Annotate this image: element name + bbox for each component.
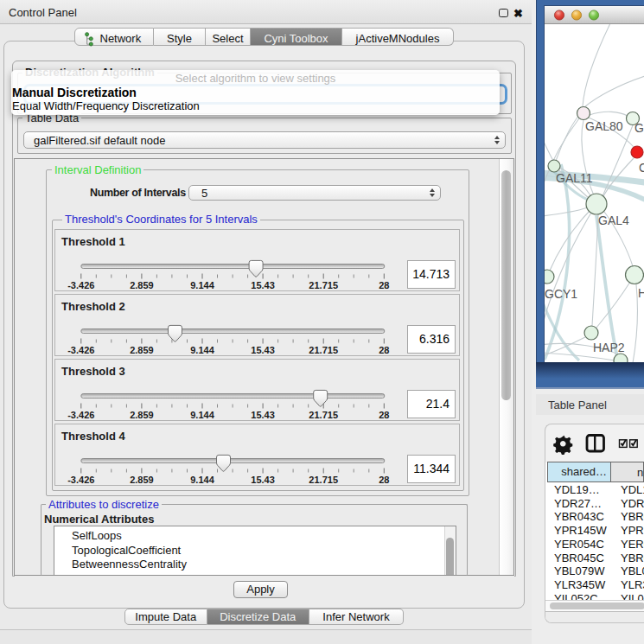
svg-text:21.715: 21.715 <box>309 475 338 485</box>
svg-text:21.715: 21.715 <box>309 410 338 420</box>
svg-text:GAL11: GAL11 <box>556 171 593 185</box>
svg-text:28: 28 <box>379 475 389 485</box>
svg-text:15.43: 15.43 <box>251 475 275 485</box>
svg-text:HAP2: HAP2 <box>593 341 625 354</box>
svg-text:2.859: 2.859 <box>130 410 154 420</box>
svg-text:9.144: 9.144 <box>190 410 214 420</box>
svg-text:2.859: 2.859 <box>130 345 154 355</box>
svg-text:15.43: 15.43 <box>251 345 275 355</box>
svg-text:GAL4: GAL4 <box>598 214 629 227</box>
svg-text:-3.426: -3.426 <box>67 410 94 420</box>
svg-text:9.144: 9.144 <box>190 345 214 355</box>
svg-text:21.715: 21.715 <box>309 345 338 355</box>
svg-text:28: 28 <box>379 345 389 355</box>
svg-text:H: H <box>638 286 644 300</box>
svg-text:28: 28 <box>379 280 389 290</box>
svg-text:GCY1: GCY1 <box>545 287 577 301</box>
svg-text:G.: G. <box>634 121 644 135</box>
svg-text:21.715: 21.715 <box>309 280 338 290</box>
svg-text:9.144: 9.144 <box>190 280 214 290</box>
svg-text:9.144: 9.144 <box>190 475 214 485</box>
svg-text:15.43: 15.43 <box>251 410 275 420</box>
svg-text:2.859: 2.859 <box>130 475 154 485</box>
svg-text:15.43: 15.43 <box>251 280 275 290</box>
svg-text:2.859: 2.859 <box>130 280 154 290</box>
svg-text:-3.426: -3.426 <box>67 475 94 485</box>
svg-text:-3.426: -3.426 <box>67 345 94 355</box>
svg-text:C: C <box>639 161 644 175</box>
svg-text:28: 28 <box>379 410 389 420</box>
svg-text:GAL80: GAL80 <box>585 119 623 133</box>
svg-text:-3.426: -3.426 <box>67 280 94 290</box>
